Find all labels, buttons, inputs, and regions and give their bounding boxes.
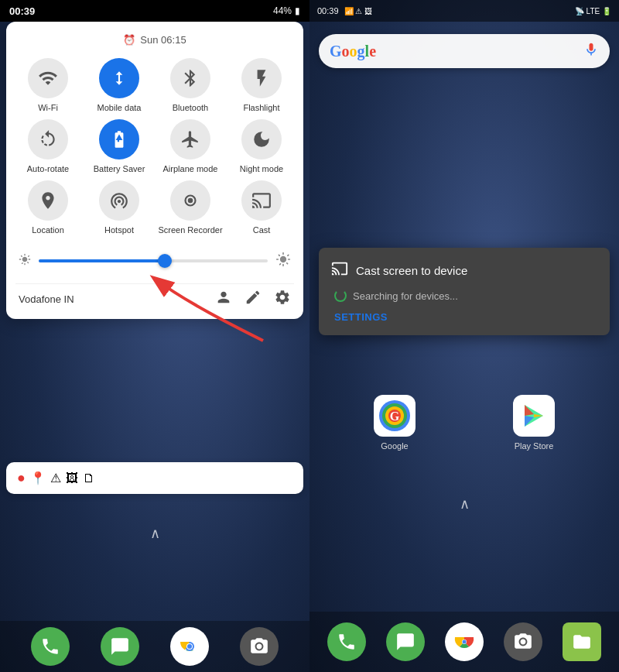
signal-icons-right: 📶 ⚠ 🖼 — [344, 7, 373, 15]
qs-tile-night-mode[interactable]: Night mode — [229, 119, 294, 174]
time-left: 00:39 — [9, 5, 35, 17]
mobile-data-icon — [99, 58, 139, 98]
qs-tile-flashlight[interactable]: Flashlight — [229, 58, 294, 113]
status-bar-left: 00:39 44% ▮ — [0, 0, 310, 22]
qs-tile-auto-rotate[interactable]: Auto-rotate — [15, 119, 80, 174]
svg-point-1 — [188, 198, 193, 204]
cast-label: Cast — [253, 225, 271, 235]
dock-phone-right[interactable] — [327, 622, 366, 661]
svg-point-15 — [187, 644, 192, 649]
home-apps-row-right: G Google Play Store — [310, 379, 619, 458]
qs-datetime: Sun 06:15 — [140, 34, 186, 46]
up-arrow-right: ∧ — [460, 495, 470, 513]
operator-label: Vodafone IN — [19, 293, 74, 305]
qs-tile-airplane-mode[interactable]: Airplane mode — [158, 119, 223, 174]
cast-settings-button[interactable]: SETTINGS — [331, 311, 597, 323]
cast-dialog-header: Cast screen to device — [331, 260, 597, 280]
hotspot-label: Hotspot — [104, 225, 134, 235]
dock-phone[interactable] — [31, 627, 70, 666]
bluetooth-icon — [170, 58, 210, 98]
qs-tile-bluetooth[interactable]: Bluetooth — [158, 58, 223, 113]
dock-messages[interactable] — [101, 627, 139, 666]
qs-header: ⏰ Sun 06:15 — [15, 34, 294, 46]
qs-clock-icon: ⏰ — [123, 34, 135, 46]
qs-tile-screen-recorder[interactable]: Screen Recorder — [158, 180, 223, 235]
flashlight-icon — [241, 58, 282, 98]
battery-saver-label: Battery Saver — [94, 164, 145, 174]
screen-recorder-icon — [170, 180, 210, 221]
auto-rotate-icon — [28, 119, 68, 159]
dock-chrome-right[interactable] — [445, 622, 484, 661]
brightness-thumb[interactable] — [158, 254, 172, 268]
brightness-slider[interactable] — [39, 259, 268, 262]
up-arrow-left: ∧ — [150, 525, 160, 542]
qs-tile-location[interactable]: Location — [15, 180, 80, 235]
location-label: Location — [32, 225, 64, 235]
hotspot-icon — [99, 180, 139, 221]
notif-icon-doc: 🗋 — [83, 471, 95, 485]
settings-icon[interactable] — [274, 289, 291, 310]
dock-right — [310, 612, 619, 672]
wifi-label: Wi-Fi — [38, 103, 58, 113]
qs-tiles-grid: Wi-Fi Mobile data Bluetooth — [15, 58, 294, 236]
dock-left — [0, 621, 310, 672]
dock-camera[interactable] — [240, 627, 279, 666]
screen-recorder-label: Screen Recorder — [158, 225, 222, 235]
status-bar-right-right: 📡 LTE 🔋 — [575, 7, 611, 15]
bluetooth-label: Bluetooth — [173, 103, 208, 113]
battery-saver-icon — [99, 119, 139, 159]
dock-chrome[interactable] — [170, 627, 209, 666]
qs-tile-mobile-data[interactable]: Mobile data — [87, 58, 152, 113]
playstore-app-right[interactable]: Play Store — [513, 395, 555, 451]
night-mode-label: Night mode — [240, 164, 283, 174]
cast-icon — [241, 180, 282, 221]
user-icon[interactable] — [215, 289, 232, 310]
qs-tile-cast[interactable]: Cast — [229, 180, 294, 235]
quick-settings-panel: ⏰ Sun 06:15 Wi-Fi Mobile — [6, 22, 303, 319]
google-label-right: Google — [381, 441, 408, 451]
playstore-label-right: Play Store — [515, 441, 554, 451]
airplane-mode-icon — [170, 119, 210, 159]
dock-camera-right[interactable] — [504, 622, 542, 661]
svg-text:G: G — [390, 410, 400, 423]
cast-searching-text: Searching for devices... — [353, 290, 458, 302]
mic-icon[interactable] — [583, 42, 599, 61]
notif-icon-image: 🖼 — [66, 471, 78, 485]
status-right-left: 44% ▮ — [273, 5, 300, 16]
notification-icons: ● 📍 ⚠ 🖼 🗋 — [17, 470, 95, 486]
svg-point-30 — [463, 640, 467, 644]
brightness-fill — [39, 259, 165, 262]
location-icon — [28, 180, 68, 221]
dock-messages-right[interactable] — [386, 622, 425, 661]
right-status-icons: 📡 LTE 🔋 — [575, 7, 611, 15]
airplane-mode-label: Airplane mode — [163, 164, 218, 174]
mobile-data-label: Mobile data — [97, 103, 142, 113]
edit-icon[interactable] — [245, 289, 262, 310]
notif-icon-red: ● — [17, 470, 26, 486]
night-mode-icon — [241, 119, 282, 159]
qs-tile-battery-saver[interactable]: Battery Saver — [87, 119, 152, 174]
qs-tile-hotspot[interactable]: Hotspot — [87, 180, 152, 235]
google-logo: Google — [330, 43, 376, 60]
cast-dialog: Cast screen to device Searching for devi… — [319, 248, 610, 335]
qs-tile-wifi[interactable]: Wi-Fi — [15, 58, 80, 113]
brightness-low-icon — [19, 253, 31, 269]
auto-rotate-label: Auto-rotate — [27, 164, 69, 174]
dock-files-right[interactable] — [563, 622, 601, 661]
cast-dialog-icon — [331, 260, 348, 280]
brightness-row — [15, 245, 294, 277]
cast-spinner — [334, 290, 347, 302]
wifi-icon — [28, 58, 68, 98]
battery-icon-left: ▮ — [295, 5, 300, 16]
google-search-bar[interactable]: Google — [319, 34, 610, 68]
qs-footer: Vodafone IN — [15, 283, 294, 310]
google-app-right[interactable]: G Google — [374, 395, 416, 451]
notification-bar: ● 📍 ⚠ 🖼 🗋 — [6, 462, 303, 494]
notif-icon-warning: ⚠ — [50, 471, 61, 485]
google-app-icon-right: G — [374, 395, 416, 437]
flashlight-label: Flashlight — [243, 103, 279, 113]
status-bar-right: 00:39 📶 ⚠ 🖼 📡 LTE 🔋 — [310, 0, 619, 22]
playstore-icon-right — [513, 395, 555, 437]
brightness-high-icon — [275, 252, 291, 271]
right-panel: 00:39 📶 ⚠ 🖼 📡 LTE 🔋 Google — [310, 0, 619, 672]
